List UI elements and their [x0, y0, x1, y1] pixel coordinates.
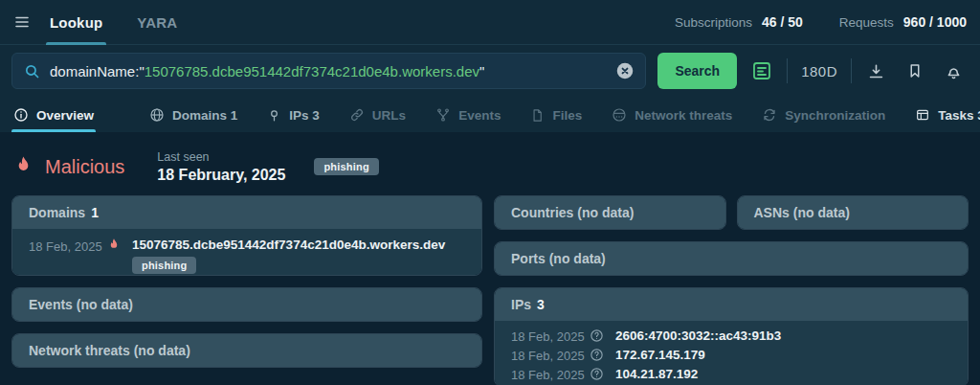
header-section: Lookup YARA Subscriptions 46 / 50 Reques… — [0, 0, 980, 132]
card-title: Domains — [29, 205, 85, 220]
search-row: domainName:"15076785.dcbe951442df7374c21… — [0, 45, 980, 98]
network-threats-card: Network threats (no data) — [11, 333, 482, 368]
link-icon — [349, 107, 365, 123]
top-tab-yara[interactable]: YARA — [133, 0, 181, 45]
row-date: 18 Feb, 2025 — [511, 347, 588, 363]
download-icon[interactable] — [867, 62, 885, 80]
card-title: Countries (no data) — [511, 205, 634, 220]
tab-domains[interactable]: Domains 1 — [147, 98, 239, 132]
tab-label: IPs 3 — [289, 108, 320, 123]
sync-icon — [762, 107, 777, 123]
countries-card-header: Countries (no data) — [495, 196, 725, 229]
tab-label: Synchronization — [785, 108, 885, 123]
domains-card-body: 18 Feb, 2025 15076785.dcbe951442df7374c2… — [12, 229, 481, 276]
domain-link[interactable]: 15076785.dcbe951442df7374c21d0e4b.worker… — [132, 238, 445, 252]
phishing-badge: phishing — [132, 257, 196, 274]
globe-icon — [149, 107, 165, 123]
row-date: 18 Feb, 2025 — [29, 238, 105, 276]
tab-label: Domains 1 — [172, 108, 237, 123]
tab-files[interactable]: Files — [528, 98, 584, 132]
divider — [851, 58, 852, 83]
card-title: Events (no data) — [29, 297, 133, 312]
asns-card: ASNs (no data) — [737, 195, 969, 230]
tab-ips[interactable]: IPs 3 — [265, 98, 322, 132]
network-threats-card-header: Network threats (no data) — [12, 334, 481, 367]
tab-events[interactable]: Events — [434, 98, 502, 132]
menu-icon[interactable] — [13, 13, 31, 31]
asns-card-header: ASNs (no data) — [738, 196, 969, 229]
last-seen-value: 18 February, 2025 — [157, 167, 285, 184]
tab-label: URLs — [372, 108, 406, 123]
verdict-row: Malicious Last seen 18 February, 2025 ph… — [11, 140, 969, 188]
bookmark-icon[interactable] — [906, 62, 924, 79]
search-icon — [24, 63, 40, 79]
last-seen: Last seen 18 February, 2025 — [157, 150, 285, 184]
ports-card-header: Ports (no data) — [495, 242, 968, 275]
card-title: IPs — [511, 297, 531, 312]
pin-icon — [267, 108, 281, 123]
ips-card: IPs 3 18 Feb, 2025 2606:4700:3032::ac43:… — [494, 287, 969, 385]
search-input[interactable]: domainName:"15076785.dcbe951442df7374c21… — [11, 53, 646, 89]
events-card: Events (no data) — [11, 287, 482, 322]
clear-search-icon[interactable] — [614, 60, 635, 81]
question-icon[interactable] — [590, 367, 604, 381]
section-tabs: Overview Domains 1 IPs 3 URLs Events Fil… — [0, 98, 980, 132]
ip-link[interactable]: 104.21.87.192 — [615, 367, 698, 381]
branch-icon — [435, 107, 451, 123]
requests-stat: Requests 960 / 1000 — [839, 14, 967, 30]
search-query-value: 15076785.dcbe951442df7374c21d0e4b.worker… — [145, 63, 479, 79]
tab-label: Network threats — [635, 108, 732, 123]
card-title: Network threats (no data) — [29, 343, 190, 358]
subscriptions-stat: Subscriptions 46 / 50 — [675, 14, 803, 30]
tab-urls[interactable]: URLs — [347, 98, 408, 132]
requests-value: 960 / 1000 — [903, 14, 967, 30]
query-report-icon[interactable] — [748, 57, 775, 84]
ips-card-header: IPs 3 — [495, 288, 968, 321]
bell-icon[interactable] — [945, 62, 963, 80]
question-icon[interactable] — [590, 348, 604, 362]
ip-row: 18 Feb, 2025 2606:4700:3032::ac43:91b3 — [511, 326, 951, 345]
requests-label: Requests — [839, 15, 894, 30]
domains-card: Domains 1 18 Feb, 2025 15076785.dcbe9514… — [11, 195, 482, 276]
events-card-header: Events (no data) — [12, 288, 481, 321]
tab-label: Overview — [36, 108, 94, 123]
card-count: 3 — [537, 297, 545, 312]
search-tools — [867, 62, 963, 80]
row-date: 18 Feb, 2025 — [511, 366, 588, 382]
file-icon — [530, 108, 545, 123]
tab-label: Tasks 3 — [938, 108, 980, 123]
top-tab-lookup[interactable]: Lookup — [46, 0, 106, 45]
ip-row: 18 Feb, 2025 104.21.87.192 — [511, 364, 951, 383]
tab-overview[interactable]: Overview — [11, 98, 96, 132]
search-button[interactable]: Search — [657, 53, 737, 89]
ports-card: Ports (no data) — [494, 241, 969, 276]
globe-dots-icon — [612, 107, 627, 123]
cards-grid: Domains 1 18 Feb, 2025 15076785.dcbe9514… — [11, 195, 969, 385]
ip-link[interactable]: 2606:4700:3032::ac43:91b3 — [615, 328, 781, 343]
divider — [787, 58, 788, 83]
overview-content: Malicious Last seen 18 February, 2025 ph… — [0, 132, 980, 385]
tab-network-threats[interactable]: Network threats — [610, 98, 734, 132]
subscriptions-label: Subscriptions — [675, 15, 752, 30]
flame-icon — [107, 238, 121, 276]
topbar: Lookup YARA Subscriptions 46 / 50 Reques… — [0, 0, 980, 45]
question-icon[interactable] — [590, 328, 604, 343]
phishing-badge: phishing — [314, 158, 378, 175]
window-icon — [915, 107, 930, 123]
tab-tasks[interactable]: Tasks 3 — [913, 98, 980, 132]
tab-synchronization[interactable]: Synchronization — [760, 98, 887, 132]
search-query: domainName:"15076785.dcbe951442df7374c21… — [50, 63, 484, 79]
ip-row: 18 Feb, 2025 172.67.145.179 — [511, 345, 951, 364]
flame-icon — [13, 155, 33, 179]
row-date: 18 Feb, 2025 — [511, 328, 588, 344]
card-title: Ports (no data) — [511, 251, 606, 266]
card-title: ASNs (no data) — [754, 205, 850, 220]
tab-label: Files — [552, 108, 582, 123]
last-seen-label: Last seen — [157, 150, 285, 164]
domains-card-header: Domains 1 — [12, 196, 481, 229]
time-range-selector[interactable]: 180D — [799, 63, 839, 79]
ip-link[interactable]: 172.67.145.179 — [615, 348, 705, 362]
countries-card: Countries (no data) — [494, 195, 726, 230]
ips-card-body: 18 Feb, 2025 2606:4700:3032::ac43:91b3 1… — [495, 321, 968, 385]
tab-label: Events — [458, 108, 501, 123]
